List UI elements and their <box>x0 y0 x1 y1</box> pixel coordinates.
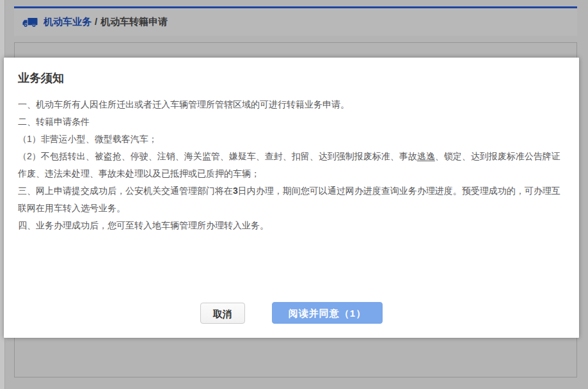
bold-day-count: 3 <box>233 186 238 196</box>
modal-actions: 取消 阅读并同意（1） <box>4 302 579 324</box>
notice-item-3: （1）非营运小型、微型载客汽车； <box>18 131 565 148</box>
notice-text: （1）非营运小型、微型载客汽车； <box>18 134 157 144</box>
notice-text: 四、业务办理成功后，您可至转入地车辆管理所办理转入业务。 <box>18 220 269 230</box>
notice-text: 三、网上申请提交成功后，公安机关交通管理部门将在 <box>18 186 233 196</box>
notice-text: 一、机动车所有人因住所迁出或者迁入车辆管理所管辖区域的可进行转籍业务申请。 <box>18 99 349 109</box>
underlined-term: 逃逸 <box>417 151 435 161</box>
notice-modal: 业务须知 一、机动车所有人因住所迁出或者迁入车辆管理所管辖区域的可进行转籍业务申… <box>4 58 579 338</box>
notice-item-4: （2）不包括转出、被盗抢、停驶、注销、海关监管、嫌疑车、查封、扣留、达到强制报废… <box>18 148 565 182</box>
modal-title: 业务须知 <box>18 70 565 86</box>
notice-text: 二、转籍申请条件 <box>18 116 90 127</box>
notice-item-6: 四、业务办理成功后，您可至转入地车辆管理所办理转入业务。 <box>18 217 565 234</box>
agree-button[interactable]: 阅读并同意（1） <box>272 302 383 324</box>
notice-item-5: 三、网上申请提交成功后，公安机关交通管理部门将在3日内办理，期间您可以通过网办进… <box>18 182 565 217</box>
cancel-button[interactable]: 取消 <box>200 303 245 324</box>
notice-item-2: 二、转籍申请条件 <box>18 113 565 131</box>
notice-body: 一、机动车所有人因住所迁出或者迁入车辆管理所管辖区域的可进行转籍业务申请。 二、… <box>18 96 565 234</box>
notice-text: （2）不包括转出、被盗抢、停驶、注销、海关监管、嫌疑车、查封、扣留、达到强制报废… <box>18 151 417 161</box>
notice-item-1: 一、机动车所有人因住所迁出或者迁入车辆管理所管辖区域的可进行转籍业务申请。 <box>18 96 565 113</box>
